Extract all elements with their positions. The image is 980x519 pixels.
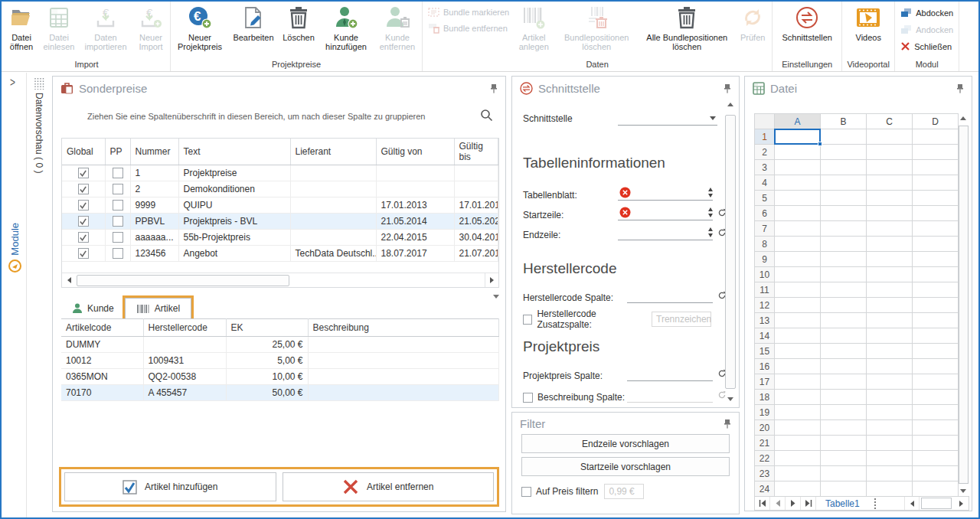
sheet-cell[interactable]	[775, 298, 821, 313]
scrollbar-thumb[interactable]	[77, 275, 289, 286]
bearbeiten-button[interactable]: Bearbeiten	[228, 2, 279, 58]
datei-einlesen-button[interactable]: Datei einlesen	[39, 2, 79, 58]
startzeile-vorschlagen-button[interactable]: Startzeile vorschlagen	[521, 457, 730, 476]
column-header[interactable]: Beschreibung	[308, 319, 499, 337]
sheet-cell[interactable]	[775, 221, 821, 237]
scrollbar-thumb[interactable]	[959, 126, 969, 484]
loeschen-button[interactable]: Löschen	[279, 2, 318, 58]
sheet-cell[interactable]	[913, 175, 959, 191]
sheet-cell[interactable]	[867, 451, 913, 466]
bundle-markieren-button[interactable]: Bundle markieren	[428, 7, 509, 18]
neuer-projektpreis-button[interactable]: € Neuer Projektpreis	[172, 2, 228, 58]
expand-chevron-icon[interactable]: >	[10, 76, 15, 90]
sheet-cell[interactable]	[821, 237, 867, 252]
selected-cell-A1[interactable]	[775, 129, 821, 145]
pin-icon[interactable]	[724, 419, 731, 429]
scroll-right-icon[interactable]	[953, 497, 969, 510]
table-row[interactable]: 1Projektpreise	[62, 165, 498, 181]
sheet-cell[interactable]	[821, 175, 867, 191]
sheet-column-header[interactable]: A	[775, 114, 821, 129]
tabellenblatt-field[interactable]	[618, 185, 713, 201]
sheet-cell[interactable]	[821, 160, 867, 175]
sheet-cell[interactable]	[867, 390, 913, 405]
sheet-cell[interactable]	[913, 420, 959, 436]
horizontal-scrollbar[interactable]	[62, 273, 498, 287]
pin-icon[interactable]	[956, 83, 964, 93]
scroll-right-icon[interactable]	[485, 273, 498, 287]
sheet-cell[interactable]	[867, 374, 913, 390]
sheet-cell[interactable]	[775, 252, 821, 267]
sheet-row-header[interactable]: 1	[755, 129, 775, 145]
scrollbar-thumb[interactable]	[725, 115, 736, 389]
sheet-cell[interactable]	[913, 129, 959, 145]
sheet-cell[interactable]	[821, 252, 867, 267]
sheet-cell[interactable]	[867, 359, 913, 374]
sheet-cell[interactable]	[913, 191, 959, 206]
column-header[interactable]: PP	[105, 139, 130, 165]
checkbox-unchecked[interactable]	[105, 214, 130, 230]
first-sheet-icon[interactable]	[755, 497, 770, 510]
sheet-cell[interactable]	[913, 221, 959, 237]
schliessen-button[interactable]: Schließen	[900, 41, 953, 51]
sheet-row-header[interactable]: 4	[755, 175, 775, 191]
sheet-cell[interactable]	[821, 466, 867, 481]
endzeile-field[interactable]	[618, 225, 713, 240]
sheet-cell[interactable]	[867, 145, 913, 160]
spinner-control[interactable]	[708, 207, 713, 217]
sheet-cell[interactable]	[775, 206, 821, 221]
sheet-cell[interactable]	[867, 313, 913, 328]
sheet-row-header[interactable]: 19	[755, 405, 775, 420]
beschreibung-spalte-field[interactable]	[627, 387, 713, 403]
column-header[interactable]: EK	[226, 319, 308, 337]
sheet-cell[interactable]	[867, 252, 913, 267]
sheet-cell[interactable]	[867, 405, 913, 420]
sheet-cell[interactable]	[913, 206, 959, 221]
table-row[interactable]: aaaaaa...55b-Projektpreis22.04.201530.04…	[62, 230, 498, 246]
tab-kunde[interactable]: Kunde	[61, 299, 125, 318]
preis-input[interactable]: 0,99 €	[604, 484, 644, 499]
sheet-cell[interactable]	[775, 313, 821, 328]
vertical-scrollbar[interactable]	[958, 113, 969, 496]
sheet-cell[interactable]	[867, 267, 913, 282]
tab-artikel[interactable]: Artikel	[125, 298, 191, 318]
pin-icon[interactable]	[490, 83, 498, 93]
sheet-cell[interactable]	[821, 451, 867, 466]
sheet-cell[interactable]	[775, 374, 821, 390]
schnittstellen-button[interactable]: Schnittstellen	[773, 2, 841, 58]
sheet-cell[interactable]	[867, 237, 913, 252]
sheet-cell[interactable]	[821, 267, 867, 282]
artikel-anlegen-button[interactable]: Artikel anlegen	[514, 2, 554, 58]
sheet-cell[interactable]	[821, 191, 867, 206]
sheet-cell[interactable]	[821, 206, 867, 221]
drag-grip-icon[interactable]	[34, 77, 44, 90]
column-header[interactable]: Nummer	[130, 139, 178, 165]
sheet-cell[interactable]	[867, 481, 913, 497]
datenvorschau-tab[interactable]: Datenvorschau ( 0 )	[34, 93, 44, 173]
sheet-cell[interactable]	[913, 252, 959, 267]
sheet-cell[interactable]	[775, 191, 821, 206]
checkbox-unchecked[interactable]	[105, 197, 130, 214]
sheet-cell[interactable]	[821, 221, 867, 237]
sidebar-tab-module[interactable]: Module	[3, 223, 27, 273]
sheet-cell[interactable]	[867, 175, 913, 191]
checkbox-checked[interactable]	[62, 197, 105, 214]
sheet-cell[interactable]	[913, 145, 959, 160]
sheet-cell[interactable]	[913, 481, 959, 497]
sheet-cell[interactable]	[867, 129, 913, 145]
sheet-cell[interactable]	[775, 175, 821, 191]
sheet-row-header[interactable]: 2	[755, 145, 775, 160]
column-header[interactable]: Herstellercode	[143, 319, 226, 337]
checkbox[interactable]	[523, 315, 532, 325]
sheet-row-header[interactable]: 22	[755, 451, 775, 466]
datei-oeffnen-button[interactable]: Datei öffnen	[4, 2, 39, 58]
sheet-cell[interactable]	[775, 145, 821, 160]
checkbox[interactable]	[523, 393, 533, 403]
sheet-row-header[interactable]: 3	[755, 160, 775, 175]
tabs-dropdown-icon[interactable]	[493, 299, 499, 318]
sheet-cell[interactable]	[913, 436, 959, 451]
sheet-cell[interactable]	[913, 328, 959, 344]
column-header[interactable]: Global	[62, 139, 105, 165]
sheet-cell[interactable]	[867, 466, 913, 481]
sheet-cell[interactable]	[913, 237, 959, 252]
sheet-cell[interactable]	[775, 282, 821, 298]
